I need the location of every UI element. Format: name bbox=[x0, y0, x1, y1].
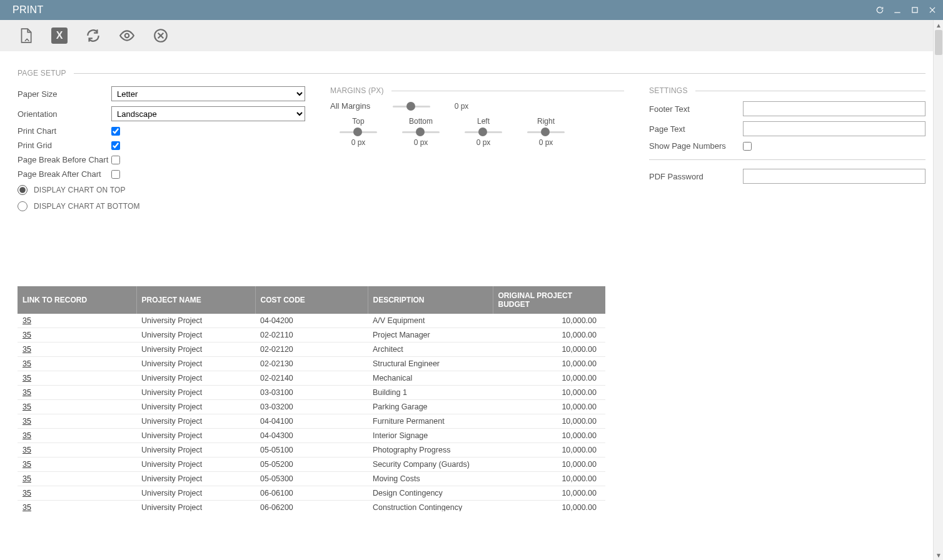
cell-desc: Design Contingency bbox=[368, 486, 493, 501]
paper-size-select[interactable]: Letter bbox=[111, 86, 305, 101]
cell-code: 04-04200 bbox=[255, 314, 368, 328]
cell-link: 35 bbox=[18, 472, 136, 486]
col-code-header[interactable]: COST CODE bbox=[255, 286, 368, 314]
cell-link: 35 bbox=[18, 458, 136, 472]
table-row: 35University Project02-02120Architect10,… bbox=[18, 342, 605, 357]
margin-right-slider[interactable] bbox=[527, 128, 565, 136]
scroll-down-icon[interactable]: ▼ bbox=[934, 550, 943, 560]
table-row: 35University Project02-02140Mechanical10… bbox=[18, 371, 605, 386]
table-row: 35University Project04-04100Furniture Pe… bbox=[18, 414, 605, 429]
cell-budget: 10,000.00 bbox=[493, 414, 605, 429]
margin-left-slider[interactable] bbox=[465, 128, 502, 136]
page-break-after-checkbox[interactable] bbox=[111, 170, 120, 179]
svg-rect-1 bbox=[912, 8, 917, 12]
cell-link: 35 bbox=[18, 328, 136, 342]
print-chart-label: Print Chart bbox=[18, 126, 111, 136]
record-link[interactable]: 35 bbox=[23, 345, 31, 354]
record-link[interactable]: 35 bbox=[23, 402, 31, 411]
preview-button[interactable] bbox=[119, 28, 135, 44]
record-link[interactable]: 35 bbox=[23, 316, 31, 325]
margin-bottom-label: Bottom bbox=[409, 117, 433, 126]
refresh-icon[interactable] bbox=[875, 6, 884, 14]
maximize-icon[interactable] bbox=[910, 6, 919, 14]
footer-text-input[interactable] bbox=[743, 101, 925, 116]
chart-top-radio[interactable] bbox=[18, 185, 28, 195]
cancel-button[interactable] bbox=[153, 28, 169, 44]
report-grid-scroll[interactable]: LINK TO RECORD PROJECT NAME COST CODE DE… bbox=[18, 286, 925, 511]
margins-label: MARGINS (PX) bbox=[330, 86, 384, 95]
cell-desc: Security Company (Guards) bbox=[368, 458, 493, 472]
record-link[interactable]: 35 bbox=[23, 417, 31, 426]
cell-project: University Project bbox=[136, 357, 255, 371]
record-link[interactable]: 35 bbox=[23, 431, 31, 440]
cell-budget: 10,000.00 bbox=[493, 472, 605, 486]
table-row: 35University Project02-02110Project Mana… bbox=[18, 328, 605, 342]
settings-label: SETTINGS bbox=[649, 86, 688, 95]
col-desc-header[interactable]: DESCRIPTION bbox=[368, 286, 493, 314]
chart-bottom-radio[interactable] bbox=[18, 201, 28, 211]
cell-link: 35 bbox=[18, 486, 136, 501]
record-link[interactable]: 35 bbox=[23, 503, 31, 511]
cell-budget: 10,000.00 bbox=[493, 386, 605, 400]
record-link[interactable]: 35 bbox=[23, 359, 31, 368]
record-link[interactable]: 35 bbox=[23, 374, 31, 382]
window-scrollbar[interactable]: ▲ ▼ bbox=[933, 20, 943, 560]
excel-x-icon: X bbox=[51, 28, 68, 44]
svg-point-4 bbox=[125, 34, 129, 38]
margin-bottom-slider[interactable] bbox=[402, 128, 440, 136]
table-row: 35University Project05-05300Moving Costs… bbox=[18, 472, 605, 486]
margin-top-slider[interactable] bbox=[340, 128, 377, 136]
cell-budget: 10,000.00 bbox=[493, 357, 605, 371]
page-text-input[interactable] bbox=[743, 121, 925, 136]
table-row: 35University Project04-04300Interior Sig… bbox=[18, 429, 605, 443]
margin-bottom-value: 0 px bbox=[414, 138, 428, 147]
export-excel-button[interactable]: X bbox=[51, 28, 68, 44]
cell-desc: Building 1 bbox=[368, 386, 493, 400]
refresh-button[interactable] bbox=[85, 28, 101, 44]
cell-project: University Project bbox=[136, 414, 255, 429]
cell-code: 03-03200 bbox=[255, 400, 368, 414]
pdf-password-input[interactable] bbox=[743, 169, 925, 184]
cell-project: University Project bbox=[136, 486, 255, 501]
cell-budget: 10,000.00 bbox=[493, 486, 605, 501]
record-link[interactable]: 35 bbox=[23, 446, 31, 454]
cell-link: 35 bbox=[18, 386, 136, 400]
record-link[interactable]: 35 bbox=[23, 489, 31, 498]
chart-bottom-radio-label: DISPLAY CHART AT BOTTOM bbox=[34, 202, 140, 211]
col-budget-header[interactable]: ORIGINAL PROJECT BUDGET bbox=[493, 286, 605, 314]
record-link[interactable]: 35 bbox=[23, 460, 31, 469]
all-margins-slider[interactable] bbox=[393, 102, 430, 110]
cell-link: 35 bbox=[18, 314, 136, 328]
pdf-password-label: PDF Password bbox=[649, 172, 743, 181]
cell-budget: 10,000.00 bbox=[493, 328, 605, 342]
cell-desc: Construction Contingency bbox=[368, 501, 493, 512]
show-page-numbers-checkbox[interactable] bbox=[743, 142, 752, 151]
print-grid-checkbox[interactable] bbox=[111, 141, 120, 150]
table-row: 35University Project06-06100Design Conti… bbox=[18, 486, 605, 501]
all-margins-value: 0 px bbox=[443, 102, 480, 111]
page-break-before-checkbox[interactable] bbox=[111, 156, 120, 164]
record-link[interactable]: 35 bbox=[23, 331, 31, 339]
table-row: 35University Project03-03200Parking Gara… bbox=[18, 400, 605, 414]
record-link[interactable]: 35 bbox=[23, 474, 31, 483]
col-project-header[interactable]: PROJECT NAME bbox=[136, 286, 255, 314]
cell-link: 35 bbox=[18, 414, 136, 429]
export-pdf-button[interactable] bbox=[18, 28, 34, 44]
scroll-up-icon[interactable]: ▲ bbox=[934, 20, 943, 30]
close-icon[interactable] bbox=[928, 6, 937, 14]
report-table: LINK TO RECORD PROJECT NAME COST CODE DE… bbox=[18, 286, 605, 511]
table-row: 35University Project03-03100Building 110… bbox=[18, 386, 605, 400]
page-setup-form: Paper Size Letter Orientation Landscape … bbox=[18, 86, 305, 211]
cell-code: 04-04300 bbox=[255, 429, 368, 443]
paper-size-label: Paper Size bbox=[18, 89, 111, 99]
scrollbar-thumb[interactable] bbox=[935, 30, 942, 55]
record-link[interactable]: 35 bbox=[23, 388, 31, 397]
print-chart-checkbox[interactable] bbox=[111, 127, 120, 136]
orientation-select[interactable]: Landscape bbox=[111, 106, 305, 121]
table-row: 35University Project05-05200Security Com… bbox=[18, 458, 605, 472]
minimize-icon[interactable] bbox=[893, 6, 902, 14]
margins-panel: MARGINS (PX) All Margins 0 px Top Bottom… bbox=[330, 86, 624, 147]
page-text-label: Page Text bbox=[649, 124, 743, 134]
orientation-label: Orientation bbox=[18, 109, 111, 119]
col-link-header[interactable]: LINK TO RECORD bbox=[18, 286, 136, 314]
